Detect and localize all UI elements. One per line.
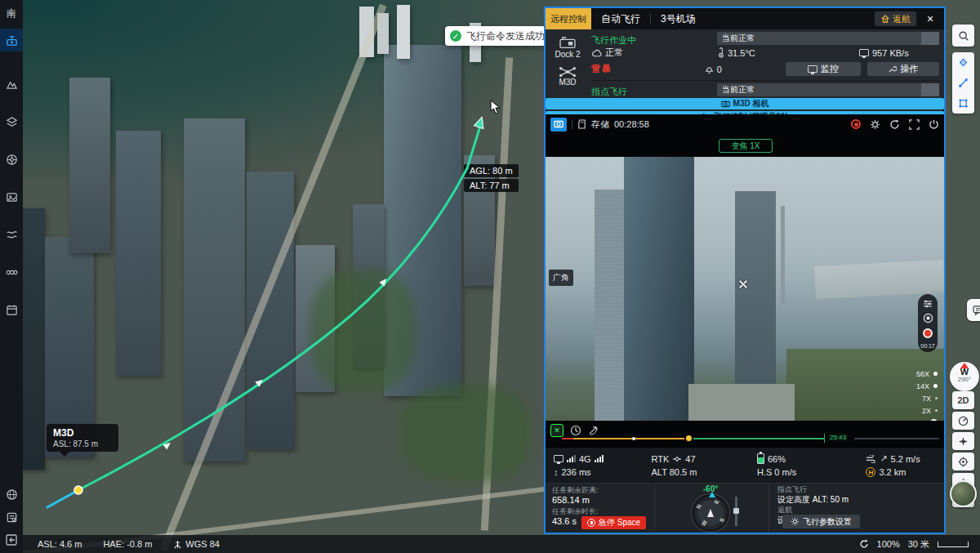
camera-select-button[interactable] xyxy=(550,118,567,132)
chip-scroll-segment xyxy=(921,32,939,45)
fullscreen-icon[interactable] xyxy=(909,119,920,130)
tab-auto-flight[interactable]: 自动飞行 xyxy=(601,12,640,26)
dock-health-chip[interactable]: 当前正常 xyxy=(717,32,939,45)
sidebar-item-terrain[interactable] xyxy=(0,73,23,96)
power-icon[interactable] xyxy=(929,119,939,130)
map-search-button[interactable] xyxy=(952,25,974,47)
route-end-marker xyxy=(474,115,486,128)
gimbal-track-gray xyxy=(854,438,939,439)
m3d-camera-button[interactable]: M3D 相机 xyxy=(546,98,944,109)
sidebar-item-media[interactable] xyxy=(0,185,23,208)
map-compass[interactable]: W 290° xyxy=(950,362,979,391)
sidebar-item-routes[interactable] xyxy=(0,223,23,246)
zoom-level-2x[interactable]: 2X xyxy=(922,407,931,415)
zoom-level-56x[interactable]: 56X xyxy=(916,370,929,378)
emergency-stop-button[interactable]: 急停 Space xyxy=(581,516,646,529)
map-locate-button[interactable] xyxy=(952,453,974,470)
sidebar-item-project-settings[interactable] xyxy=(0,506,23,528)
sidebar-item-survey[interactable] xyxy=(0,261,23,283)
monitor-button[interactable]: 监控 xyxy=(786,62,861,76)
dock-temperature: 31.5°C xyxy=(728,48,755,58)
messages-button[interactable] xyxy=(967,299,980,321)
storage-label: 存储 xyxy=(591,118,609,131)
m3d-health-chip[interactable]: 当前正常 xyxy=(717,83,939,96)
draw-polygon-tool[interactable] xyxy=(953,93,974,114)
adjust-sliders-icon[interactable] xyxy=(923,300,933,308)
gimbal-pitch-slider[interactable] xyxy=(735,497,737,526)
camera-icon xyxy=(554,120,564,128)
gear-icon[interactable] xyxy=(870,119,880,130)
drone-device-name[interactable]: M3D xyxy=(546,78,590,87)
sidebar-item-schedule[interactable] xyxy=(0,298,23,321)
gimbal-value: 25:43 xyxy=(828,434,848,441)
zoom-level-14x[interactable]: 14X xyxy=(916,382,929,390)
airplane-icon xyxy=(958,436,969,447)
network-monitor-icon xyxy=(859,49,869,56)
zoom-mode-button[interactable]: 变焦 1X xyxy=(719,139,773,153)
attitude-compass[interactable]: N E S W xyxy=(692,494,729,532)
m3d-mode: 指点飞行 xyxy=(591,87,627,96)
map-aircraft-button[interactable] xyxy=(952,432,974,450)
sidebar-item-control[interactable] xyxy=(0,148,23,171)
zoom-tick xyxy=(935,397,938,399)
map-tilt-button[interactable] xyxy=(952,412,974,430)
minimap-thumbnail[interactable] xyxy=(950,480,977,507)
battery-icon xyxy=(757,453,764,464)
m3d-health-text: 当前正常 xyxy=(722,85,755,94)
gimbal-dot xyxy=(632,437,635,440)
rtk-count: 47 xyxy=(685,454,695,464)
map-2d-toggle[interactable]: 2D xyxy=(952,391,974,409)
operate-button[interactable]: 操作 xyxy=(867,62,939,76)
camera-quick-pill: 00:17 xyxy=(918,294,938,352)
flight-params-button[interactable]: 飞行参数设置 xyxy=(782,515,860,528)
draw-point-tool[interactable] xyxy=(953,52,974,73)
statusbar-hae: HAE: -0.8 m xyxy=(103,539,152,549)
sidebar-item-collapse[interactable] xyxy=(0,528,23,551)
draw-line-tool[interactable] xyxy=(953,73,974,93)
network-speed: 957 KB/s xyxy=(872,48,909,58)
sidebar-item-layers[interactable] xyxy=(0,110,23,133)
statusbar-battery: 100% xyxy=(877,539,900,549)
return-home-button[interactable]: 返航 xyxy=(875,11,916,26)
sidebar-item-dock[interactable] xyxy=(0,29,23,51)
shutter-icon[interactable] xyxy=(923,313,933,323)
wheel-icon xyxy=(6,154,18,166)
gimbal-strip: ✕ 25:43 xyxy=(546,421,944,447)
lens-label[interactable]: 广角 xyxy=(549,270,573,286)
record-button[interactable] xyxy=(923,328,933,338)
routes-icon xyxy=(6,229,18,241)
gear-icon xyxy=(791,517,800,526)
polygon-icon xyxy=(958,98,969,109)
sidebar-item-globe[interactable] xyxy=(0,483,23,506)
storage-time: 00:28:58 xyxy=(614,119,649,129)
refresh-icon[interactable] xyxy=(889,119,900,130)
app-window: ✓ 飞行命令发送成功 AGL: 80 m ALT: 77 m M3D ASL: … xyxy=(0,0,980,553)
binoculars-icon xyxy=(6,266,18,279)
home-distance-icon: H xyxy=(866,467,875,477)
zoom-scale[interactable]: 56X 14X 7X 2X 1X xyxy=(908,368,938,421)
gimbal-handle[interactable] xyxy=(684,434,693,443)
airport-name: 3号机场 xyxy=(661,12,696,26)
waypoint-start-marker xyxy=(74,486,82,494)
compass-south-label: 南 xyxy=(7,7,16,20)
close-panel-button[interactable]: × xyxy=(920,12,941,25)
zoom-level-7x[interactable]: 7X xyxy=(922,395,931,403)
gimbal-track-yellow[interactable] xyxy=(573,438,688,439)
refresh-icon[interactable] xyxy=(859,539,869,549)
remaining-distance-value: 658.14 m xyxy=(552,495,654,506)
tab-remote-control[interactable]: 远程控制 xyxy=(546,8,591,29)
dock-name[interactable]: Dock 2 xyxy=(546,50,590,59)
calendar-icon xyxy=(6,304,18,316)
2d-label: 2D xyxy=(957,395,969,405)
camera-small-icon xyxy=(721,100,730,108)
gimbal-pitch-icon[interactable] xyxy=(588,426,599,436)
dock-alert-row: 雷暴 0 监控 操作 xyxy=(591,62,939,76)
camera-video-feed[interactable]: 广角 00:17 56X 14X 7X 2X 1X xyxy=(546,157,944,421)
home-distance: 3.2 km xyxy=(879,467,906,477)
record-indicator-icon[interactable] xyxy=(851,119,861,129)
gimbal-compass-icon[interactable] xyxy=(570,425,581,436)
gimbal-track-green[interactable] xyxy=(693,438,824,439)
return-home-label: 返航 xyxy=(893,13,911,25)
compass-direction: W xyxy=(950,368,979,376)
gimbal-attitude-icon[interactable]: ✕ xyxy=(550,424,564,437)
